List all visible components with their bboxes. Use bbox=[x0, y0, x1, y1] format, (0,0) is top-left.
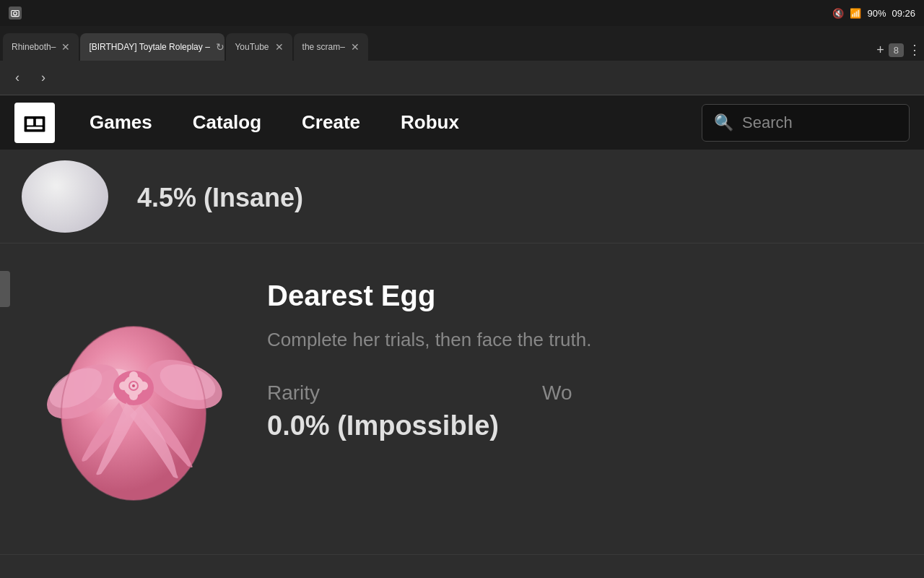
tab-bar: Rhineboth– ✕ [BIRTHDAY] Toytale Roleplay… bbox=[0, 26, 924, 61]
world-stat: Wo bbox=[542, 381, 572, 441]
nav-catalog[interactable]: Catalog bbox=[173, 95, 282, 150]
nav-bar: ‹ › bbox=[0, 61, 924, 95]
tab-close-icon[interactable]: ✕ bbox=[61, 41, 70, 53]
dearest-egg-row: Dearest Egg Complete her trials, then fa… bbox=[0, 243, 924, 555]
wifi-icon: 📶 bbox=[850, 8, 861, 19]
prev-item-row: 4.5% (Insane) bbox=[0, 150, 924, 243]
rarity-value: 0.0% (Impossible) bbox=[267, 410, 499, 441]
content-area: 4.5% (Insane) bbox=[0, 150, 924, 555]
rarity-stat: Rarity 0.0% (Impossible) bbox=[267, 381, 499, 441]
svg-rect-3 bbox=[27, 118, 33, 125]
tab-close-yt-icon[interactable]: ✕ bbox=[275, 41, 284, 53]
header-nav: Games Catalog Create Robux bbox=[69, 95, 702, 150]
tab-youtube[interactable]: YouTube ✕ bbox=[226, 33, 292, 61]
egg-image-container bbox=[14, 265, 253, 532]
prev-item-image bbox=[22, 160, 108, 233]
item-details: Dearest Egg Complete her trials, then fa… bbox=[253, 265, 910, 441]
roblox-header: Games Catalog Create Robux 🔍 Search bbox=[0, 95, 924, 150]
svg-point-15 bbox=[129, 371, 138, 380]
prev-item-info: 4.5% (Insane) bbox=[137, 180, 303, 213]
tab-close-scram-icon[interactable]: ✕ bbox=[351, 41, 359, 53]
item-description: Complete her trials, then face the truth… bbox=[267, 327, 910, 353]
time-display: 09:26 bbox=[892, 8, 915, 19]
battery-text: 90% bbox=[867, 8, 886, 19]
new-tab-icon[interactable]: + bbox=[876, 43, 884, 58]
rarity-label: Rarity bbox=[267, 381, 499, 405]
tab-label: [BIRTHDAY] Toytale Roleplay – bbox=[89, 42, 209, 52]
dearest-egg-image bbox=[25, 276, 242, 522]
nav-create[interactable]: Create bbox=[282, 95, 380, 150]
nav-robux[interactable]: Robux bbox=[380, 95, 479, 150]
tab-toytale[interactable]: [BIRTHDAY] Toytale Roleplay – ↻ ✕ bbox=[80, 33, 225, 61]
forward-button[interactable]: › bbox=[32, 66, 55, 90]
item-name: Dearest Egg bbox=[267, 280, 910, 312]
search-placeholder: Search bbox=[742, 113, 793, 132]
svg-rect-4 bbox=[36, 118, 43, 125]
nav-arrows: ‹ › bbox=[6, 66, 55, 90]
tab-reload-icon[interactable]: ↻ bbox=[216, 41, 225, 53]
svg-rect-5 bbox=[27, 126, 43, 129]
prev-rarity-value: 4.5% (Insane) bbox=[137, 183, 303, 213]
tab-count-badge: 8 bbox=[889, 43, 904, 57]
photo-icon bbox=[9, 7, 22, 20]
tab-actions: + 8 ⋮ bbox=[876, 42, 921, 61]
side-handle[interactable] bbox=[0, 271, 10, 307]
svg-point-20 bbox=[132, 384, 135, 387]
nav-games[interactable]: Games bbox=[69, 95, 173, 150]
search-bar[interactable]: 🔍 Search bbox=[702, 104, 910, 142]
back-button[interactable]: ‹ bbox=[6, 66, 29, 90]
status-bar: 🔇 📶 90% 09:26 bbox=[0, 0, 924, 26]
roblox-logo[interactable] bbox=[14, 103, 55, 143]
world-label: Wo bbox=[542, 381, 572, 405]
tab-scram[interactable]: the scram– ✕ bbox=[294, 33, 368, 61]
tab-rhineboth[interactable]: Rhineboth– ✕ bbox=[3, 33, 79, 61]
tab-label: Rhineboth– bbox=[12, 42, 56, 52]
tab-label: the scram– bbox=[302, 42, 345, 52]
tab-label: YouTube bbox=[235, 42, 269, 52]
svg-point-16 bbox=[129, 392, 138, 400]
mute-icon: 🔇 bbox=[832, 8, 844, 19]
more-options-icon[interactable]: ⋮ bbox=[908, 42, 921, 58]
item-stats: Rarity 0.0% (Impossible) Wo bbox=[267, 381, 910, 441]
svg-point-18 bbox=[139, 381, 148, 390]
roblox-logo-svg bbox=[22, 110, 48, 136]
status-left bbox=[9, 7, 22, 20]
search-icon: 🔍 bbox=[714, 113, 733, 132]
svg-point-1 bbox=[14, 12, 17, 15]
status-right: 🔇 📶 90% 09:26 bbox=[832, 8, 915, 19]
svg-point-17 bbox=[119, 381, 128, 390]
